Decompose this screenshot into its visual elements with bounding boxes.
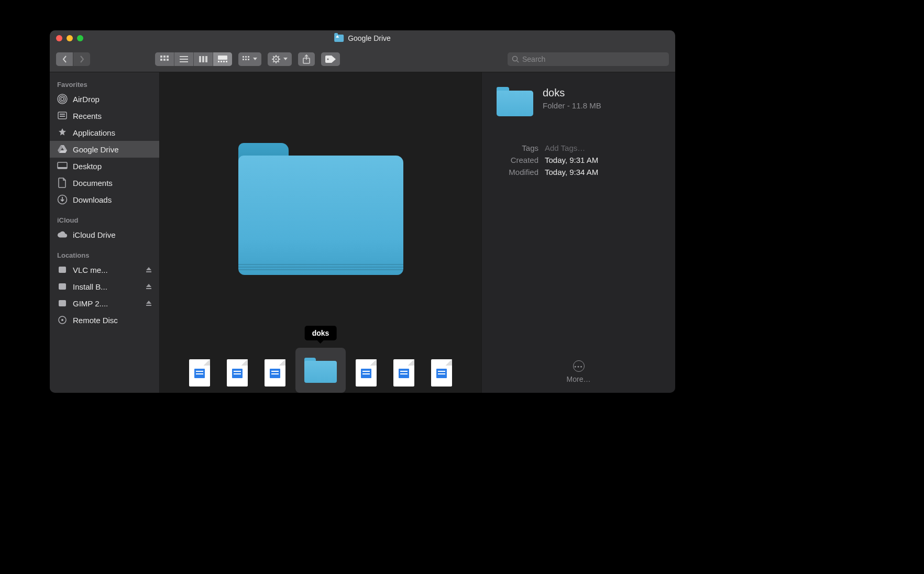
eject-icon[interactable]	[146, 300, 152, 306]
action-menu-button[interactable]	[268, 52, 292, 66]
sidebar-item-remote-disc[interactable]: Remote Disc	[50, 312, 159, 328]
sidebar-item-documents[interactable]: Documents	[50, 174, 159, 191]
sidebar-item-desktop[interactable]: Desktop	[50, 158, 159, 174]
remotedisc-icon	[57, 315, 68, 325]
info-created-value: Today, 9:31 AM	[545, 156, 661, 164]
gdoc-file-icon	[265, 359, 285, 387]
share-button[interactable]	[298, 52, 315, 66]
sidebar-item-label: GIMP 2....	[73, 299, 140, 308]
icon-view-button[interactable]	[155, 52, 174, 66]
svg-point-27	[513, 56, 518, 61]
info-modified-label: Modified	[497, 168, 538, 176]
chevron-left-icon	[62, 56, 67, 63]
svg-rect-10	[202, 56, 204, 62]
eject-icon[interactable]	[146, 283, 152, 290]
tags-button[interactable]	[321, 52, 340, 66]
sidebar-item-label: Desktop	[73, 162, 152, 171]
airdrop-icon	[57, 94, 68, 104]
finder-window: Google Drive	[50, 30, 675, 393]
disk-icon	[57, 298, 68, 308]
gallery-icon	[218, 56, 227, 63]
columns-icon	[199, 56, 207, 62]
sidebar-item-googledrive[interactable]: Google Drive	[50, 141, 159, 158]
svg-rect-31	[58, 112, 67, 119]
zoom-window-button[interactable]	[77, 35, 83, 41]
svg-point-26	[327, 58, 328, 60]
sidebar-item-label: VLC me...	[73, 266, 140, 274]
svg-rect-39	[59, 283, 66, 290]
chevron-down-icon	[283, 58, 288, 61]
sidebar-item-airdrop[interactable]: AirDrop	[50, 91, 159, 107]
svg-rect-3	[160, 59, 162, 61]
svg-rect-9	[199, 56, 201, 62]
folder-icon	[304, 358, 337, 383]
disk-icon	[57, 281, 68, 292]
list-view-button[interactable]	[174, 52, 193, 66]
gdoc-file-icon	[227, 359, 248, 387]
gallery-view-button[interactable]	[213, 52, 232, 66]
grid-icon	[160, 56, 169, 63]
strip-item[interactable]	[428, 357, 455, 389]
folder-preview-icon[interactable]	[238, 143, 403, 275]
svg-rect-20	[243, 59, 244, 60]
strip-item[interactable]	[353, 357, 379, 389]
search-icon	[512, 56, 519, 63]
sidebar-item-label: Documents	[73, 179, 152, 187]
svg-rect-17	[243, 56, 244, 58]
chevron-right-icon	[80, 56, 84, 63]
svg-rect-1	[163, 56, 166, 58]
sidebar-item-label: iCloud Drive	[73, 230, 152, 239]
info-pane: doks Folder - 11.8 MB Tags Add Tags… Cre…	[481, 72, 675, 393]
svg-rect-6	[180, 56, 188, 57]
info-metadata: Tags Add Tags… Created Today, 9:31 AM Mo…	[497, 144, 661, 176]
info-more-button[interactable]: ●●● More…	[497, 360, 661, 383]
svg-rect-33	[60, 116, 65, 117]
strip-item[interactable]	[186, 357, 213, 389]
svg-rect-2	[167, 56, 169, 58]
tag-icon	[325, 56, 336, 63]
sidebar-item-location[interactable]: VLC me...	[50, 261, 159, 278]
sidebar-header-locations: Locations	[50, 248, 159, 261]
back-button[interactable]	[56, 52, 73, 66]
strip-item[interactable]	[262, 357, 288, 389]
strip-item-selected[interactable]	[300, 352, 342, 389]
ellipsis-icon: ●●●	[573, 360, 585, 372]
close-window-button[interactable]	[56, 35, 62, 41]
svg-rect-22	[248, 59, 249, 60]
svg-rect-35	[58, 167, 67, 169]
window-title: Google Drive	[348, 34, 391, 42]
forward-button[interactable]	[73, 52, 90, 66]
grid-small-icon	[243, 56, 250, 62]
sidebar-item-label: AirDrop	[73, 95, 152, 104]
sidebar-item-recents[interactable]: Recents	[50, 107, 159, 124]
sidebar-item-icloud-drive[interactable]: iCloud Drive	[50, 226, 159, 243]
arrange-button[interactable]	[238, 52, 261, 66]
svg-point-28	[61, 97, 64, 101]
list-icon	[180, 56, 188, 62]
sidebar-item-location[interactable]: Install B...	[50, 278, 159, 295]
sidebar-item-location[interactable]: GIMP 2....	[50, 295, 159, 312]
svg-rect-38	[146, 271, 151, 272]
eject-icon[interactable]	[146, 267, 152, 273]
info-tags-label: Tags	[497, 144, 538, 152]
minimize-window-button[interactable]	[67, 35, 73, 41]
svg-rect-21	[245, 59, 247, 60]
toolbar	[50, 46, 675, 72]
sidebar-item-applications[interactable]: Applications	[50, 124, 159, 141]
info-title: doks	[543, 87, 601, 99]
desktop-icon	[57, 161, 68, 171]
svg-point-29	[59, 96, 65, 102]
thumbnail-strip[interactable]	[160, 346, 481, 393]
search-field-wrap[interactable]	[508, 52, 669, 66]
column-view-button[interactable]	[194, 52, 213, 66]
strip-item[interactable]	[224, 357, 250, 389]
view-mode-segmented	[155, 52, 232, 66]
sidebar-item-downloads[interactable]: Downloads	[50, 191, 159, 208]
info-add-tags[interactable]: Add Tags…	[545, 144, 661, 152]
search-input[interactable]	[522, 55, 665, 63]
strip-item[interactable]	[391, 357, 417, 389]
svg-rect-12	[218, 56, 227, 60]
svg-rect-13	[218, 61, 219, 62]
svg-rect-8	[180, 61, 188, 62]
info-created-label: Created	[497, 156, 538, 164]
